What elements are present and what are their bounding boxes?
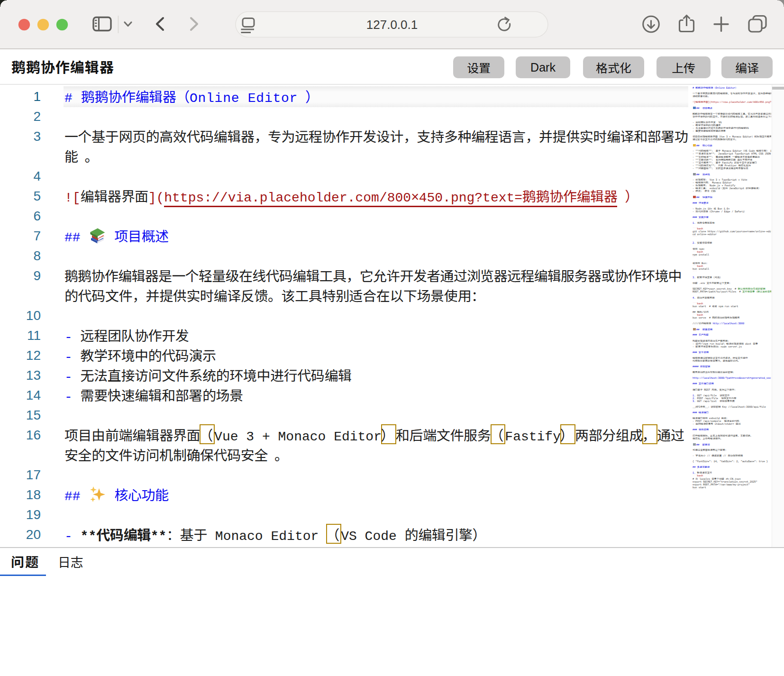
svg-text:127.0.0.1: 127.0.0.1	[366, 18, 418, 32]
